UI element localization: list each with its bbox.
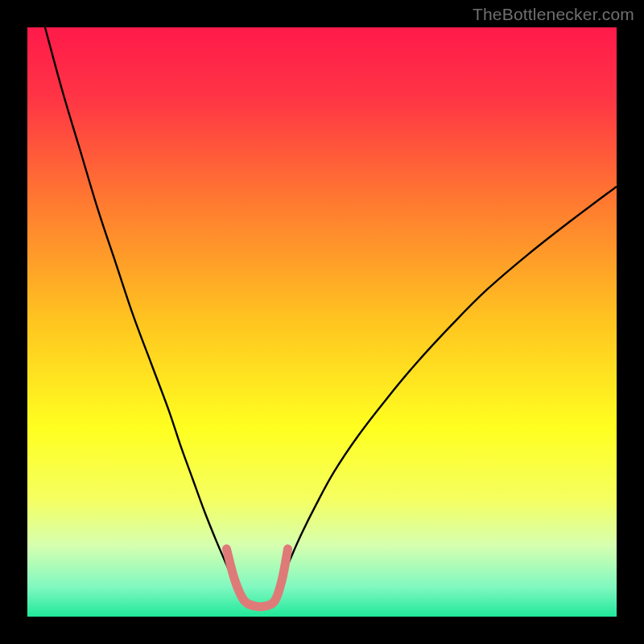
outer-frame: TheBottlenecker.com <box>0 0 644 644</box>
bottleneck-chart <box>27 27 617 617</box>
plot-area <box>27 27 617 617</box>
gradient-background <box>27 27 617 617</box>
watermark-label: TheBottlenecker.com <box>473 5 634 24</box>
